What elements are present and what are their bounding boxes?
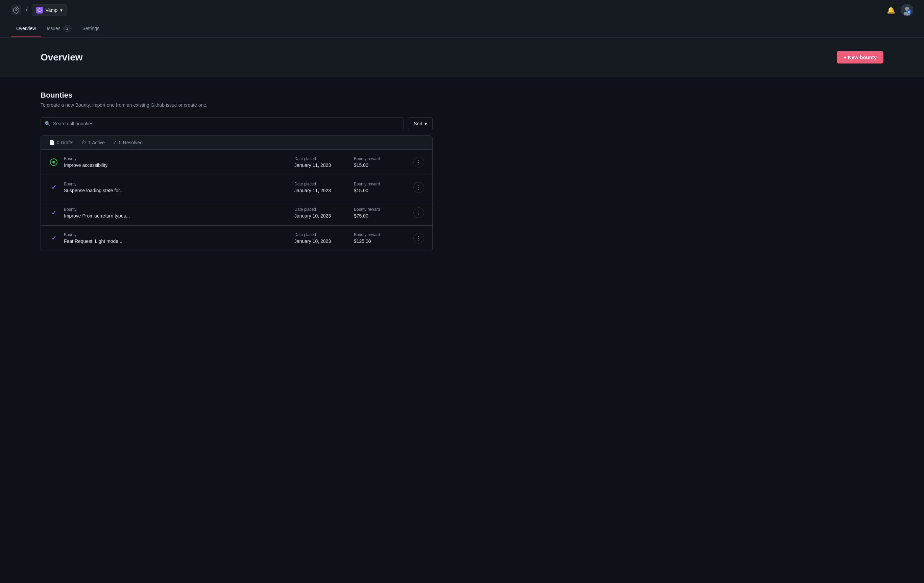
bounty-info-0: Bounty Improve accessibility [64,156,289,168]
filter-tab-drafts-label: 0 Drafts [57,140,73,145]
tab-issues-badge: 2 [63,25,72,32]
check-icon-3: ✓ [51,234,56,242]
user-avatar[interactable]: G [901,4,913,16]
bounties-section-title: Bounties [41,91,432,100]
bounty-name-2[interactable]: Improve Promise return types... [64,213,289,219]
table-row: ✓ Bounty Improve Promise return types...… [41,200,432,225]
bounty-info-2: Bounty Improve Promise return types... [64,207,289,219]
tab-issues[interactable]: Issues 2 [41,20,77,37]
svg-text:G: G [908,10,910,13]
page-header: Overview + New bounty [0,38,924,77]
top-bar-left: / Vamp ▾ [11,4,885,16]
app-logo [11,5,21,16]
bounties-section-desc: To create a new Bounty, import one from … [41,102,432,108]
status-icon-active [49,157,58,167]
status-icon-resolved-1: ✓ [49,183,58,192]
bounty-date-col-0: Date placed January 11, 2023 [294,156,348,168]
bounty-reward-value-3: $125.00 [354,239,408,244]
breadcrumb-slash: / [26,6,28,14]
svg-point-1 [16,8,17,10]
status-icon-resolved-3: ✓ [49,234,58,243]
bounty-date-col-3: Date placed January 10, 2023 [294,232,348,244]
filter-tab-drafts[interactable]: 📄 0 Drafts [49,140,73,145]
filter-tab-resolved[interactable]: ✓ 5 Resolved [113,140,143,145]
table-row: ✓ Bounty Suspense loading state for... D… [41,175,432,200]
bounty-date-value-2: January 10, 2023 [294,213,348,219]
filter-tabs: 📄 0 Drafts ⏱ 1 Active ✓ 5 Resolved [41,135,432,150]
bounty-reward-label-2: Bounty reward [354,207,408,212]
main-content: Bounties To create a new Bounty, import … [0,77,473,265]
bounty-reward-col-3: Bounty reward $125.00 [354,232,408,244]
bounty-reward-col-2: Bounty reward $75.00 [354,207,408,219]
bell-icon: 🔔 [887,6,895,14]
bounty-reward-col-1: Bounty reward $15.00 [354,182,408,193]
sort-button[interactable]: Sort ▾ [408,117,432,130]
bounty-type-label-1: Bounty [64,182,289,186]
bounty-reward-value-0: $15.00 [354,163,408,168]
tab-overview[interactable]: Overview [11,21,41,36]
new-bounty-button[interactable]: + New bounty [837,51,883,64]
bounty-more-button-3[interactable]: ⋮ [413,233,424,244]
table-row: ✓ Bounty Feat Request: Light mode... Dat… [41,225,432,250]
bounty-info-3: Bounty Feat Request: Light mode... [64,232,289,244]
org-name: Vamp [46,7,58,13]
org-dropdown-icon: ▾ [60,7,63,13]
bounty-type-label-2: Bounty [64,207,289,212]
bounty-reward-value-1: $15.00 [354,188,408,193]
bounty-name-3[interactable]: Feat Request: Light mode... [64,239,289,244]
bounty-reward-col-0: Bounty reward $15.00 [354,156,408,168]
filter-tab-active[interactable]: ⏱ 1 Active [81,140,105,145]
tab-settings-label: Settings [82,26,100,31]
bounty-date-col-2: Date placed January 10, 2023 [294,207,348,219]
bounty-list: Bounty Improve accessibility Date placed… [41,150,432,251]
resolved-icon: ✓ [113,140,117,145]
org-icon [36,7,43,13]
bounty-date-label-1: Date placed [294,182,348,186]
tab-overview-label: Overview [16,26,36,31]
top-bar: / Vamp ▾ 🔔 G [0,0,924,20]
bounty-name-1[interactable]: Suspense loading state for... [64,188,289,193]
status-icon-resolved-2: ✓ [49,208,58,217]
bounty-reward-label-0: Bounty reward [354,156,408,161]
bounty-info-1: Bounty Suspense loading state for... [64,182,289,193]
bounty-reward-label-3: Bounty reward [354,232,408,237]
check-icon-1: ✓ [51,184,56,191]
tab-nav: Overview Issues 2 Settings [0,20,924,38]
bounty-date-value-3: January 10, 2023 [294,239,348,244]
sort-chevron-icon: ▾ [424,121,427,126]
filter-tab-resolved-label: 5 Resolved [119,140,143,145]
top-bar-right: 🔔 G [885,4,913,16]
bounty-date-value-0: January 11, 2023 [294,163,348,168]
tab-issues-label: Issues [47,26,60,31]
table-row: Bounty Improve accessibility Date placed… [41,150,432,175]
bounty-date-value-1: January 11, 2023 [294,188,348,193]
bounty-date-col-1: Date placed January 11, 2023 [294,182,348,193]
bounty-date-label-2: Date placed [294,207,348,212]
search-wrap: 🔍 [41,117,404,130]
bounty-name-0[interactable]: Improve accessibility [64,163,289,168]
page-title: Overview [41,52,83,63]
drafts-icon: 📄 [49,140,55,145]
search-input[interactable] [41,117,404,130]
search-icon: 🔍 [45,121,50,126]
check-icon-2: ✓ [51,209,56,216]
org-selector[interactable]: Vamp ▾ [32,4,67,16]
bounty-more-button-2[interactable]: ⋮ [413,208,424,218]
filter-tab-active-label: 1 Active [88,140,105,145]
sort-label: Sort [414,121,422,126]
bounty-more-button-1[interactable]: ⋮ [413,182,424,193]
bounty-more-button-0[interactable]: ⋮ [413,157,424,168]
search-sort-row: 🔍 Sort ▾ [41,117,432,130]
bounty-reward-value-2: $75.00 [354,213,408,219]
bounty-date-label-0: Date placed [294,156,348,161]
notification-bell-button[interactable]: 🔔 [885,4,897,16]
bounty-type-label-0: Bounty [64,156,289,161]
bounty-reward-label-1: Bounty reward [354,182,408,186]
bounty-type-label-3: Bounty [64,232,289,237]
bounty-date-label-3: Date placed [294,232,348,237]
tab-settings[interactable]: Settings [77,21,105,36]
active-icon: ⏱ [81,140,86,145]
